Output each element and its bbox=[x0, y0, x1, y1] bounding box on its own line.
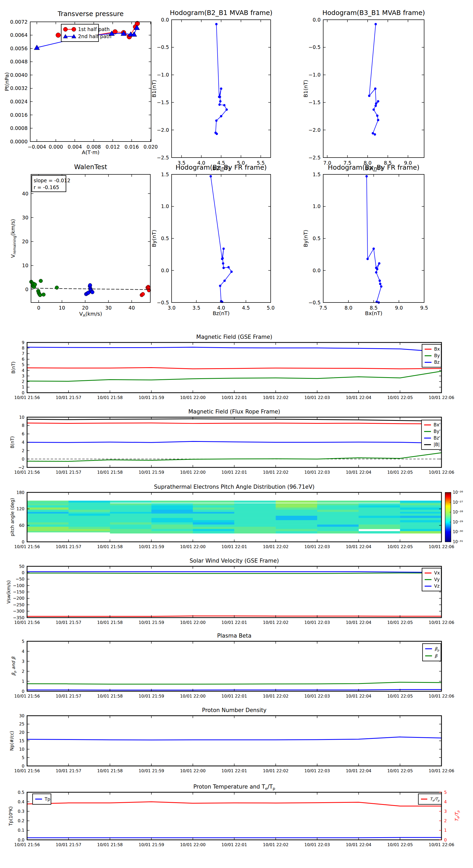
y-tick-label: 4 bbox=[22, 368, 25, 373]
legend-label: Bz bbox=[434, 360, 440, 365]
y-axis-label: By(nT) bbox=[151, 229, 157, 247]
y-tick-label: 2 bbox=[22, 669, 25, 674]
chart-title: Suprathermal Electrons Pitch Angle Distr… bbox=[154, 484, 314, 490]
y-tick-label: 1.0 bbox=[161, 203, 169, 209]
x-tick-label: 10/01 22:03 bbox=[304, 470, 330, 475]
y-tick-label: 1.0 bbox=[313, 203, 320, 209]
panel-proton-density: 10/01 21:5610/01 21:5710/01 21:5810/01 2… bbox=[9, 707, 454, 773]
y-tick-label: −1.0 bbox=[308, 72, 320, 78]
y-tick-label: 3 bbox=[22, 373, 25, 378]
x-tick-label: 10/01 21:58 bbox=[97, 395, 123, 400]
x-axis-label: Bz(nT) bbox=[212, 310, 230, 316]
y-tick-label: 4 bbox=[22, 649, 25, 654]
x-tick-label: 10/01 22:04 bbox=[346, 470, 371, 475]
y-tick-label: 0 bbox=[25, 286, 28, 292]
chart-title: Hodogram(Bz_By FR frame) bbox=[175, 164, 267, 171]
y-axis-label: Pt(nPa) bbox=[4, 72, 10, 91]
y-tick-label: 0.0072 bbox=[10, 19, 28, 25]
panel-hodogram-bzby: 3.03.54.04.55.01.51.00.50.0−0.5Hodogram(… bbox=[151, 164, 275, 316]
right-axis-label: Te/Tp bbox=[454, 810, 460, 822]
legend-label: 1st half path bbox=[78, 26, 109, 32]
x-tick-label: 10/01 22:06 bbox=[429, 470, 454, 475]
right-tick-label: 3 bbox=[444, 809, 447, 814]
y-tick-label: 0 bbox=[22, 570, 25, 575]
y-tick-label: 0.0000 bbox=[10, 138, 28, 145]
x-tick-label: 10/01 21:57 bbox=[56, 395, 81, 400]
x-tick-label: 10/01 22:05 bbox=[387, 842, 413, 847]
legend-box bbox=[423, 644, 441, 661]
y-tick-label: 10 bbox=[22, 262, 28, 268]
x-tick-label: 10/01 22:05 bbox=[387, 768, 413, 773]
chart-title: Proton Temperature and Te/Tp bbox=[193, 783, 275, 791]
chart-title: Hodogram(B2_B1 MVAB frame) bbox=[170, 9, 272, 17]
y-tick-label: −0.5 bbox=[308, 44, 320, 50]
x-tick-label: 10/01 22:01 bbox=[222, 544, 247, 549]
y-tick-label: −200 bbox=[13, 596, 25, 601]
panel-b-frf: 10/01 21:5610/01 21:5710/01 21:5810/01 2… bbox=[10, 408, 454, 475]
x-tick-label: 10/01 21:58 bbox=[97, 842, 123, 847]
right-tick-label: 1 bbox=[444, 828, 447, 833]
x-tick-label: 10/01 22:02 bbox=[263, 842, 289, 847]
y-tick-label: −2.5 bbox=[157, 155, 169, 160]
x-tick-label: 10/01 21:58 bbox=[97, 620, 123, 625]
chart-title: Solar Wind Velocity (GSE Frame) bbox=[190, 558, 279, 564]
y-tick-label: −0.5 bbox=[157, 44, 169, 50]
x-tick-label: 8.0 bbox=[344, 305, 352, 311]
x-tick-label: 10/01 21:57 bbox=[56, 620, 81, 625]
legend-label: By' bbox=[434, 429, 440, 434]
x-tick-label: 10/01 22:03 bbox=[304, 544, 330, 549]
panel-walen-test: 010203040010203040WalenTestVA(km/s)Vrema… bbox=[10, 163, 151, 317]
y-tick-label: 0.0 bbox=[161, 268, 169, 273]
legend-label: 2nd half path bbox=[78, 33, 111, 39]
right-tick-label: 5 bbox=[444, 790, 447, 795]
y-tick-label: 0.0 bbox=[161, 17, 169, 23]
y-tick-label: 1.5 bbox=[313, 172, 320, 177]
y-tick-label: 0.0008 bbox=[10, 125, 28, 131]
colorbar-tick-label: 10⁻²⁶ bbox=[453, 490, 463, 495]
y-tick-label: 9 bbox=[22, 340, 25, 345]
chart-title: Transverse pressure bbox=[58, 10, 124, 18]
x-tick-label: 10/01 21:58 bbox=[97, 768, 123, 773]
x-tick-label: 10/01 22:01 bbox=[222, 470, 247, 475]
right-tick-label: 4 bbox=[444, 799, 447, 804]
x-tick-label: 10/01 22:04 bbox=[346, 395, 371, 400]
panel-vsw-gse: 10/01 21:5610/01 21:5710/01 21:5810/01 2… bbox=[6, 558, 454, 625]
x-tick-label: 10/01 21:57 bbox=[56, 768, 81, 773]
x-tick-label: 10/01 21:59 bbox=[138, 470, 164, 475]
x-tick-label: 10/01 22:00 bbox=[180, 470, 205, 475]
x-tick-label: 10/01 22:01 bbox=[222, 768, 247, 773]
y-tick-label: 2 bbox=[22, 379, 25, 384]
x-tick-label: 10/01 21:56 bbox=[14, 470, 40, 475]
y-tick-label: −100 bbox=[13, 583, 25, 588]
y-tick-label: 1 bbox=[22, 679, 25, 684]
y-tick-label: −300 bbox=[13, 609, 25, 614]
panel-hodogram-b2b1: 3.54.04.55.05.50.0−0.5−1.0−1.5−2.0−2.5Ho… bbox=[151, 9, 272, 172]
y-tick-label: 25 bbox=[19, 721, 25, 726]
x-tick-label: 10/01 22:04 bbox=[346, 693, 371, 699]
y-tick-label: 120 bbox=[16, 506, 25, 511]
legend-label: Bx bbox=[434, 346, 440, 352]
x-tick-label: 10/01 21:59 bbox=[138, 395, 164, 400]
y-tick-label: 40 bbox=[22, 191, 28, 196]
x-tick-label: 4.5 bbox=[242, 305, 250, 311]
y-tick-label: −1.0 bbox=[157, 72, 169, 78]
y-tick-label: −1.5 bbox=[157, 99, 169, 105]
y-axis-label: pitch angle (deg) bbox=[10, 498, 15, 536]
colorbar-tick-label: 10⁻²⁹ bbox=[453, 520, 463, 525]
panel-hodogram-b3b1: 7.07.58.08.59.00.0−0.5−1.0−1.5−2.0−2.5Ho… bbox=[302, 9, 425, 172]
x-tick-label: 10/01 22:01 bbox=[222, 620, 247, 625]
legend-label: Bx' bbox=[434, 422, 440, 427]
y-tick-label: 60 bbox=[19, 523, 25, 528]
x-tick-label: 10/01 21:59 bbox=[138, 620, 164, 625]
x-tick-label: 10/01 22:04 bbox=[346, 842, 371, 847]
annotation-line: r = -0.165 bbox=[34, 184, 59, 190]
x-tick-label: 10/01 21:59 bbox=[138, 768, 164, 773]
panel-pitch-angle: 10⁻²⁶10⁻²⁷10⁻²⁸10⁻²⁹10⁻³⁰10⁻³¹10/01 21:5… bbox=[10, 484, 463, 549]
x-tick-label: 10/01 22:00 bbox=[180, 620, 205, 625]
colorbar-tick-label: 10⁻³¹ bbox=[453, 539, 463, 544]
x-tick-label: 0.000 bbox=[48, 144, 63, 150]
x-tick-label: 10/01 22:06 bbox=[429, 544, 454, 549]
legend-label: β bbox=[435, 653, 438, 658]
x-tick-label: 30 bbox=[105, 305, 112, 311]
x-tick-label: 10/01 21:56 bbox=[14, 842, 40, 847]
